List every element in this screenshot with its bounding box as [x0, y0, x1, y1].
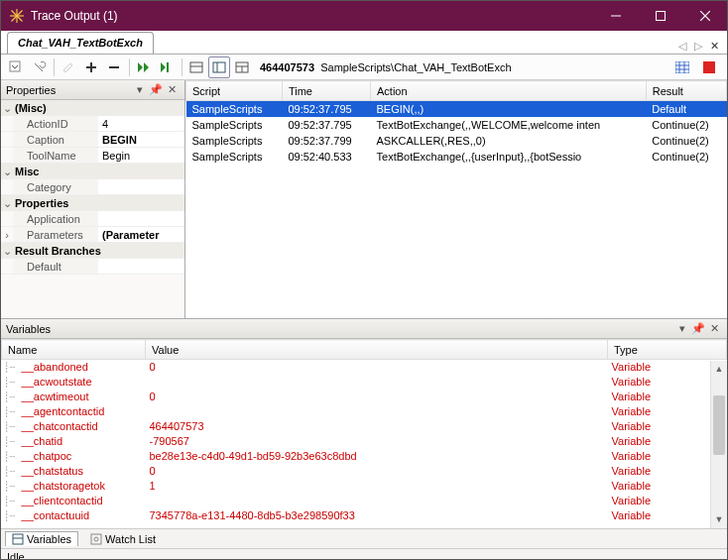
panel-dropdown-icon[interactable]: ▾ [132, 83, 148, 96]
trace-row[interactable]: SampleScripts09:52:40.533TextBotExchange… [186, 149, 727, 165]
variables-icon [12, 533, 24, 545]
panel-close-icon[interactable]: ✕ [164, 83, 180, 96]
step-button[interactable] [156, 56, 178, 78]
layout1-button[interactable] [185, 56, 207, 78]
variable-row[interactable]: ┊┈ __agentcontactidVariable [2, 404, 727, 419]
vertical-scrollbar[interactable]: ▲ ▼ [710, 361, 727, 528]
variable-name: ┊┈ __chatstoragetok [2, 479, 146, 494]
property-label[interactable]: Caption [13, 132, 98, 147]
contact-id: 464407573 [260, 61, 314, 73]
tab-next-button[interactable]: ▷ [691, 38, 705, 54]
svg-rect-15 [213, 62, 225, 72]
panel-dropdown-icon[interactable]: ▾ [674, 322, 690, 335]
trace-row[interactable]: SampleScripts09:52:37.795BEGIN(,,)Defaul… [186, 101, 727, 117]
properties-grid[interactable]: ⌄(Misc)ActionID4CaptionBEGINToolNameBegi… [1, 100, 184, 318]
minimize-button[interactable] [593, 1, 638, 31]
panel-pin-icon[interactable]: 📌 [148, 83, 164, 96]
maximize-button[interactable] [638, 1, 682, 31]
variable-row[interactable]: ┊┈ __chatpocbe28e13e-c4d0-49d1-bd59-92b3… [2, 449, 727, 464]
expand-icon[interactable]: ⌄ [1, 100, 13, 115]
property-label[interactable]: Application [13, 211, 98, 226]
variable-row[interactable]: ┊┈ __chatid-790567Variable [2, 434, 727, 449]
scroll-up-icon[interactable]: ▲ [711, 361, 727, 378]
property-value[interactable] [98, 179, 184, 194]
tab-variables[interactable]: Variables [5, 531, 78, 546]
property-value[interactable] [98, 211, 184, 226]
column-header[interactable]: Script [186, 81, 283, 101]
variable-value: be28e13e-c4d0-49d1-bd59-92b3e63c8dbd [146, 449, 608, 464]
panel-close-icon[interactable]: ✕ [706, 322, 722, 335]
variable-row[interactable]: ┊┈ __chatcontactid464407573Variable [2, 419, 727, 434]
property-value[interactable]: (Parameter Name [98, 227, 184, 242]
svg-rect-25 [13, 534, 23, 544]
variable-name: ┊┈ __acwtimeout [2, 390, 146, 404]
variable-row[interactable]: ┊┈ __acwtimeout0Variable [2, 390, 727, 404]
property-category[interactable]: Misc [13, 164, 184, 178]
column-header[interactable]: Value [146, 340, 608, 360]
variable-type: Variable [608, 449, 727, 464]
grid-button[interactable] [671, 56, 693, 78]
property-category[interactable]: Result Branches [13, 243, 184, 258]
tools-button[interactable] [28, 56, 50, 78]
trace-row[interactable]: SampleScripts09:52:37.795TextBotExchange… [186, 117, 727, 133]
column-header[interactable]: Action [371, 81, 647, 101]
add-button[interactable] [80, 56, 102, 78]
variable-value [146, 375, 608, 390]
variable-row[interactable]: ┊┈ __clientcontactidVariable [2, 494, 727, 508]
remove-button[interactable] [103, 56, 125, 78]
window-titlebar: Trace Output (1) [1, 1, 727, 31]
property-value[interactable] [98, 259, 184, 274]
variable-name: ┊┈ __agentcontactid [2, 404, 146, 419]
stop-button[interactable] [698, 56, 720, 78]
property-category[interactable]: (Misc) [13, 100, 184, 115]
variable-row[interactable]: ┊┈ __chatstoragetok1Variable [2, 479, 727, 494]
column-header[interactable]: Type [608, 340, 727, 360]
property-value[interactable]: BEGIN [98, 132, 184, 147]
app-icon [9, 8, 25, 24]
property-value[interactable]: Begin [98, 148, 184, 163]
variable-row[interactable]: ┊┈ __contactuuid7345778a-e131-4480-8db5-… [2, 508, 727, 523]
run-button[interactable] [133, 56, 155, 78]
trace-grid[interactable]: ScriptTimeActionResult SampleScripts09:5… [185, 80, 727, 318]
variable-name: ┊┈ __acwoutstate [2, 375, 146, 390]
status-text: Idle [7, 551, 25, 560]
tab-close-button[interactable]: ✕ [707, 38, 721, 54]
property-label[interactable]: Parameters [13, 227, 98, 242]
trace-row[interactable]: SampleScripts09:52:37.799ASKCALLER(,RES,… [186, 133, 727, 149]
column-header[interactable]: Name [2, 340, 146, 360]
variables-grid[interactable]: NameValueType ┊┈ __abandoned0Variable┊┈ … [1, 339, 727, 528]
property-category[interactable]: Properties [13, 195, 184, 210]
expand-icon[interactable]: ⌄ [1, 195, 13, 210]
variables-header: Variables ▾ 📌 ✕ [1, 319, 727, 339]
variable-type: Variable [608, 494, 727, 508]
tab-prev-button[interactable]: ◁ [675, 38, 689, 54]
property-label[interactable]: ActionID [13, 116, 98, 131]
variable-row[interactable]: ┊┈ __abandoned0Variable [2, 360, 727, 375]
document-tab[interactable]: Chat_VAH_TextBotExch [7, 32, 154, 54]
variable-row[interactable]: ┊┈ __chatstatus0Variable [2, 464, 727, 479]
variable-name: ┊┈ __chatstatus [2, 464, 146, 479]
svg-point-28 [94, 537, 98, 541]
variable-value: 0 [146, 360, 608, 375]
property-label[interactable]: Default [13, 259, 98, 274]
layout3-button[interactable] [231, 56, 253, 78]
variable-value: 0 [146, 390, 608, 404]
expand-icon[interactable]: ⌄ [1, 164, 13, 178]
scroll-thumb[interactable] [713, 395, 725, 455]
column-header[interactable]: Time [282, 81, 370, 101]
panel-pin-icon[interactable]: 📌 [690, 322, 706, 335]
dropdown-button[interactable] [5, 56, 27, 78]
expand-icon[interactable]: ⌄ [1, 243, 13, 258]
variable-row[interactable]: ┊┈ __acwoutstateVariable [2, 375, 727, 390]
property-value[interactable]: 4 [98, 116, 184, 131]
property-label[interactable]: ToolName [13, 148, 98, 163]
property-label[interactable]: Category [13, 179, 98, 194]
scroll-down-icon[interactable]: ▼ [711, 511, 727, 528]
close-button[interactable] [682, 1, 727, 31]
edit-button[interactable] [58, 56, 79, 78]
layout2-button[interactable] [208, 56, 230, 78]
variable-name: ┊┈ __clientcontactid [2, 494, 146, 508]
column-header[interactable]: Result [646, 81, 726, 101]
tab-watchlist[interactable]: Watch List [84, 532, 162, 546]
expand-icon[interactable]: › [1, 227, 13, 242]
